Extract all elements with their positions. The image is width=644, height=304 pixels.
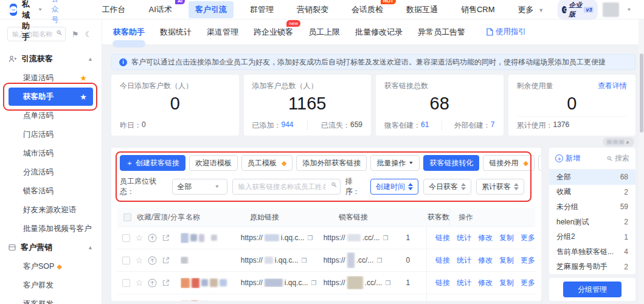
wei-created-link[interactable]: 61	[421, 120, 429, 131]
pin-top-icon[interactable]	[148, 278, 157, 288]
user-avatar[interactable]	[603, 2, 619, 17]
sidebar-item-order-qr[interactable]: 点单活码	[9, 106, 93, 125]
account-type-link[interactable]: 公众号	[52, 0, 59, 25]
select-all-checkbox[interactable]	[123, 213, 131, 221]
copy-icon[interactable]: ❐	[302, 257, 307, 264]
app-title[interactable]: 芝麻私域助手	[22, 0, 35, 43]
star-icon[interactable]: ☆	[136, 256, 144, 264]
sort-today-button[interactable]: 今日获客	[423, 179, 471, 195]
share-metrics-button[interactable]: 分享指标	[538, 155, 541, 171]
chevron-down-icon[interactable]: ▼	[38, 7, 43, 12]
pin-top-icon[interactable]	[148, 233, 157, 243]
link-search-input[interactable]	[232, 179, 340, 195]
sidebar-item-per-customer-broadcast[interactable]: 逐客群发	[9, 295, 93, 304]
action-copy[interactable]: 复制	[499, 233, 514, 243]
row-checkbox[interactable]	[122, 257, 130, 264]
share-icon[interactable]	[162, 256, 170, 264]
action-modify[interactable]: 修改	[478, 300, 493, 302]
group-item-group2[interactable]: 分组21	[549, 229, 635, 244]
external-created-link[interactable]: 7	[491, 120, 495, 131]
batch-operation-button[interactable]: 批量操作▼	[370, 155, 420, 171]
action-stats[interactable]: 统计	[457, 300, 471, 302]
action-copy[interactable]: 复制	[499, 300, 514, 302]
sidebar-item-city-qr[interactable]: 城市活码	[9, 144, 93, 162]
sidebar-item-friend-source-welcome[interactable]: 好友来源欢迎语	[9, 201, 93, 219]
sidebar-item-acquisition-assistant[interactable]: 获客助手 ★	[9, 88, 93, 106]
sidebar-item-customer-sop[interactable]: 客户SOP ◆	[9, 257, 93, 275]
action-more[interactable]: 更多	[521, 300, 535, 302]
group-item-favorites[interactable]: 收藏2	[549, 185, 635, 200]
account-chevron-down-icon[interactable]: ▼	[626, 7, 632, 12]
copy-icon[interactable]: ❐	[308, 235, 313, 241]
link-external-use-button[interactable]: 链接外用◆	[483, 155, 534, 171]
added-count-link[interactable]: 944	[282, 120, 294, 131]
view-details-link[interactable]: 查看详情	[598, 81, 627, 91]
action-stats[interactable]: 统计	[457, 278, 471, 288]
nav-item-workbench[interactable]: 工作台	[95, 1, 133, 18]
link-conversion-button[interactable]: 获客链接转化	[423, 155, 479, 171]
row-checkbox[interactable]	[122, 234, 130, 242]
action-link[interactable]: 链接	[435, 300, 450, 302]
tab-acquisition-assistant[interactable]: 获客助手	[113, 25, 145, 40]
favorite-star-icon[interactable]: ★	[80, 92, 87, 102]
nav-item-group-management[interactable]: 群管理	[243, 1, 280, 18]
sidebar-item-store-qr[interactable]: 门店活码	[9, 125, 93, 143]
tab-cross-enterprise-lock[interactable]: 跨企业锁客 new	[254, 25, 293, 40]
welcome-template-button[interactable]: 欢迎语模板	[189, 155, 238, 171]
usage-guide-link[interactable]: 使用指引	[486, 27, 526, 37]
copy-icon[interactable]: ❐	[376, 257, 382, 264]
sidebar-section-acquisition[interactable]: 引流获客 ▲	[0, 50, 102, 68]
row-checkbox[interactable]	[122, 279, 130, 287]
add-group-button[interactable]: ＋新增	[555, 153, 580, 164]
copy-icon[interactable]: ❐	[385, 280, 390, 286]
create-link-button[interactable]: ＋创建获客链接	[120, 155, 185, 171]
action-link[interactable]: 链接	[435, 255, 450, 266]
star-icon[interactable]: ☆	[136, 233, 144, 242]
sidebar-item-channel-qr[interactable]: 渠道活码 ★	[9, 69, 93, 87]
share-icon[interactable]	[162, 278, 170, 287]
action-more[interactable]: 更多	[521, 255, 535, 266]
sidebar-item-batch-add-channels[interactable]: 批量添加视频号客户	[9, 219, 93, 238]
action-more[interactable]: 更多	[521, 278, 535, 288]
collapse-panel-icon[interactable]: ⚑︎	[72, 30, 79, 39]
add-external-link-button[interactable]: 添加外部获客链接	[296, 155, 367, 171]
group-item-service-assistant[interactable]: 芝麻服务号助手2	[549, 259, 635, 274]
action-copy[interactable]: 复制	[499, 255, 514, 266]
sidebar-item-split-qr[interactable]: 分流活码	[9, 163, 93, 181]
tab-data-statistics[interactable]: 数据统计	[160, 25, 192, 40]
copy-icon[interactable]: ❐	[311, 280, 317, 286]
nav-item-customer-acquisition[interactable]: 客户引流	[189, 1, 234, 18]
group-item-helen-test[interactable]: helen测试2	[549, 215, 635, 230]
nav-item-data-exchange[interactable]: 数据互通	[400, 1, 445, 18]
tab-channel-management[interactable]: 渠道管理	[207, 25, 238, 40]
action-modify[interactable]: 修改	[478, 255, 493, 266]
sidebar-item-customer-broadcast[interactable]: 客户群发	[9, 276, 93, 294]
nav-item-ai-script[interactable]: AI话术AI	[142, 1, 179, 18]
group-search-button[interactable]: 🔍︎搜索	[606, 153, 629, 164]
staff-template-button[interactable]: 员工模板◆	[241, 155, 293, 171]
scrollbar-thumb[interactable]	[640, 54, 643, 133]
moon-icon[interactable]: ☾	[85, 30, 92, 39]
sidebar-item-lock-qr[interactable]: 锁客活码	[9, 182, 93, 200]
action-more[interactable]: 更多	[521, 233, 535, 243]
copy-icon[interactable]: ❐	[383, 235, 388, 241]
sidebar-section-marketing[interactable]: 客户营销 ▲	[0, 238, 102, 257]
favorite-star-icon[interactable]: ★	[80, 74, 87, 83]
app-logo[interactable]	[10, 4, 17, 16]
group-manage-button[interactable]: 分组管理	[563, 282, 621, 297]
nav-item-more[interactable]: 更多 ▼	[511, 1, 553, 18]
share-icon[interactable]	[162, 233, 170, 242]
star-icon[interactable]: ☆	[136, 278, 144, 287]
nav-item-marketing-fission[interactable]: 营销裂变	[290, 1, 335, 18]
sort-create-time-button[interactable]: 创建时间	[370, 179, 418, 195]
group-item-ungrouped[interactable]: 未分组59	[549, 199, 635, 215]
tab-batch-modify-records[interactable]: 批量修改记录	[355, 25, 403, 40]
tab-abnormal-staff-alert[interactable]: 异常员工告警	[418, 25, 465, 40]
action-modify[interactable]: 修改	[478, 233, 493, 243]
action-link[interactable]: 链接	[435, 233, 450, 243]
action-stats[interactable]: 统计	[457, 255, 471, 266]
tab-staff-limit[interactable]: 员工上限	[308, 25, 340, 40]
action-copy[interactable]: 复制	[499, 278, 514, 288]
group-item-presale[interactable]: 售前单独获客链...4	[549, 244, 635, 260]
collapse-usage-pill[interactable]: ▲	[603, 137, 634, 147]
